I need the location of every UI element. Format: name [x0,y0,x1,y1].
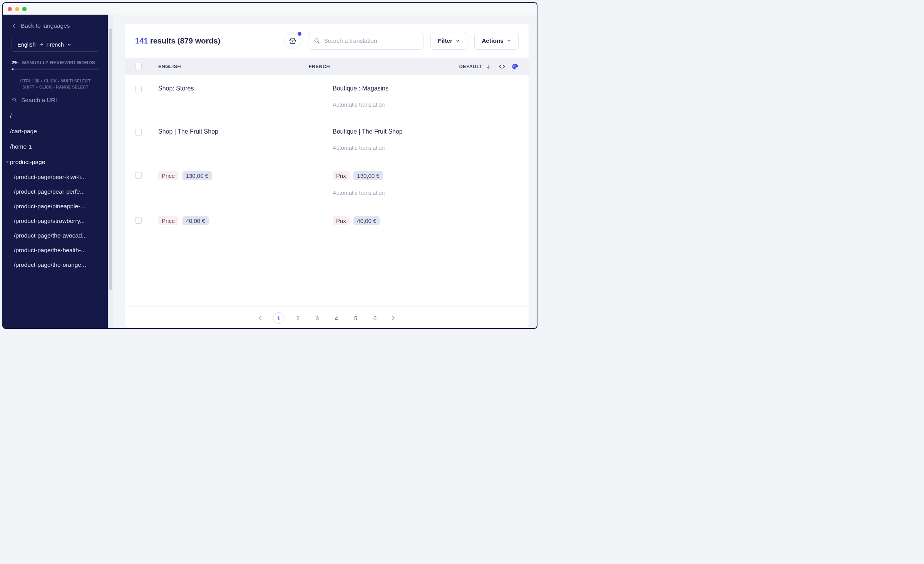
search-icon [12,97,17,103]
token-word: Prix [333,171,350,180]
row-checkbox[interactable] [135,129,142,136]
arrow-right-icon [390,315,396,321]
panel-toolbar: 141 results (879 words) Filter [125,23,529,58]
url-list: / /cart-page /home-1 product-page /produ… [3,108,108,328]
lang-from: English [17,42,36,48]
arrow-left-icon [258,315,264,321]
cell-english: Price 40,00 € [151,216,333,225]
results-text: results (879 words) [150,37,220,45]
page-number[interactable]: 5 [350,312,362,324]
basket-button[interactable] [284,32,301,49]
url-child-item[interactable]: /product-page/the-health-... [3,243,108,258]
chevron-down-icon [507,38,511,43]
table-row[interactable]: Price 40,00 € Prix 40,00 € [125,206,529,235]
table-row[interactable]: Price 130,00 € Prix 130,00 € Automatic t… [125,161,529,206]
token-word: Price [158,216,178,225]
url-child-item[interactable]: /product-page/pear-kiwi-li... [3,170,108,184]
svg-point-0 [13,98,16,101]
palette-icon[interactable] [512,63,519,70]
arrow-left-icon [12,23,17,28]
url-child-item[interactable]: /product-page/pineapple-... [3,199,108,214]
results-count: 141 results (879 words) [135,37,220,45]
select-all-checkbox[interactable] [135,63,151,70]
notification-badge [298,32,301,36]
results-panel: 141 results (879 words) Filter [125,23,529,328]
lang-to: French [47,42,64,48]
table-rows: Shop: Stores Boutique : Magasins Automat… [125,75,529,306]
column-english: ENGLISH [151,64,309,69]
translation-type: Automatic translation [333,140,495,151]
translation-search-input[interactable] [324,37,418,44]
table-row[interactable]: Shop: Stores Boutique : Magasins Automat… [125,75,529,118]
scrollbar-track[interactable] [108,15,113,328]
scrollbar-thumb[interactable] [109,28,112,290]
arrow-right-icon [39,42,44,47]
svg-point-5 [516,65,516,65]
svg-point-4 [514,65,515,66]
back-label: Back to languages [21,22,70,29]
url-search[interactable] [3,94,108,108]
column-default: DEFAULT [459,64,482,69]
keyboard-hints: CTRL / ⌘ + CLICK - MULTI SELECT SHIFT + … [3,72,108,94]
url-search-input[interactable] [21,97,99,104]
filter-button[interactable]: Filter [430,32,467,50]
cell-french[interactable]: Prix 130,00 € [333,171,495,185]
actions-button[interactable]: Actions [474,32,519,50]
token-word: Price [158,171,178,180]
page-number[interactable]: 3 [311,312,323,324]
token-number: 130,00 € [182,171,212,180]
results-number: 141 [135,37,148,45]
page-number[interactable]: 6 [369,312,381,324]
translation-type: Automatic translation [333,97,495,108]
hint-multiselect: CTRL / ⌘ + CLICK - MULTI SELECT [7,78,104,84]
progress-block: 2% MANUALLY REVIEWED WORDS [3,52,108,72]
progress-percent: 2% [12,60,18,65]
minimize-window-icon[interactable] [15,7,19,11]
column-french: FRENCH [309,64,459,69]
page-number[interactable]: 4 [331,312,342,324]
page-number[interactable]: 1 [273,312,285,324]
pagination: 1 2 3 4 5 6 [125,306,529,328]
arrow-down-icon [485,64,491,69]
token-number: 130,00 € [353,171,383,180]
url-child-item[interactable]: /product-page/strawberry... [3,214,108,228]
close-window-icon[interactable] [8,7,12,11]
app-window: Back to languages English French 2% MANU… [2,2,537,329]
translation-search[interactable] [308,32,424,50]
sort-default[interactable]: DEFAULT [459,64,499,69]
row-checkbox[interactable] [135,172,142,179]
svg-point-2 [315,39,318,42]
chevron-down-icon [67,42,72,47]
url-item[interactable]: /cart-page [3,124,108,139]
cell-french[interactable]: Boutique : Magasins [333,85,495,97]
main-content: 141 results (879 words) Filter [113,15,537,328]
url-item-expanded[interactable]: product-page [3,154,108,170]
token-number: 40,00 € [353,216,380,225]
url-child-item[interactable]: /product-page/pear-perfe... [3,184,108,199]
cell-english: Price 130,00 € [151,171,333,196]
token-word: Prix [333,216,350,225]
back-to-languages-link[interactable]: Back to languages [3,15,108,33]
row-checkbox[interactable] [135,217,142,224]
language-pair-selector[interactable]: English French [12,38,99,52]
translation-type: Automatic translation [333,185,495,196]
cell-french[interactable]: Prix 40,00 € [333,216,495,225]
url-child-item[interactable]: /product-page/the-orange... [3,258,108,272]
prev-page-button[interactable] [256,313,265,323]
search-icon [314,37,320,44]
url-child-item[interactable]: /product-page/the-avocad... [3,228,108,243]
maximize-window-icon[interactable] [22,7,27,11]
progress-label: MANUALLY REVIEWED WORDS [22,60,95,65]
page-number[interactable]: 2 [292,312,304,324]
code-icon[interactable] [499,63,506,70]
svg-point-3 [513,66,514,67]
hint-rangeselect: SHIFT + CLICK - RANGE SELECT [7,84,104,90]
row-checkbox[interactable] [135,86,142,92]
url-item[interactable]: / [3,108,108,124]
table-header: ENGLISH FRENCH DEFAULT [125,58,529,75]
cell-french[interactable]: Boutique | The Fruit Shop [333,128,495,140]
url-item[interactable]: /home-1 [3,139,108,154]
shopping-basket-icon [289,37,296,45]
table-row[interactable]: Shop | The Fruit Shop Boutique | The Fru… [125,118,529,161]
next-page-button[interactable] [388,313,398,323]
